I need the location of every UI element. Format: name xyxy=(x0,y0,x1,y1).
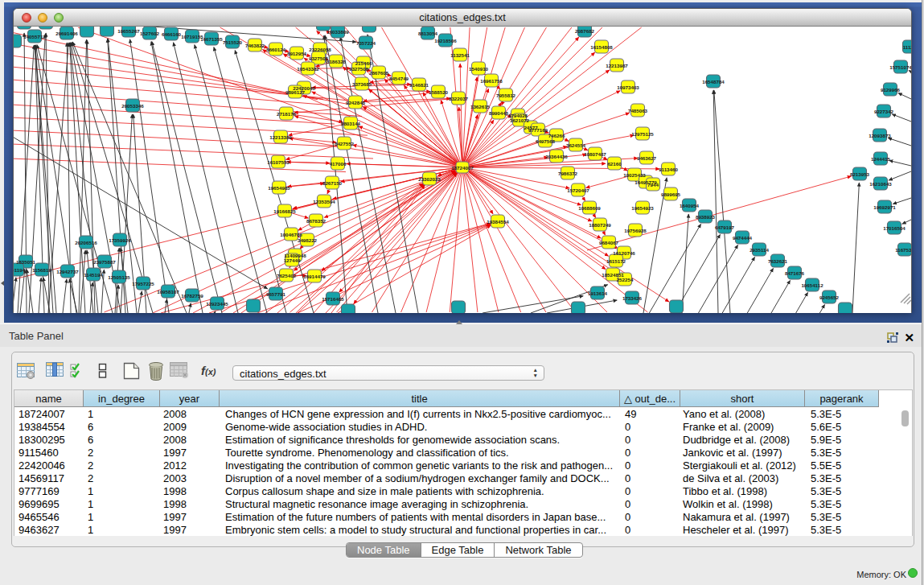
svg-text:8938923: 8938923 xyxy=(696,214,716,220)
svg-text:6466160: 6466160 xyxy=(162,31,182,37)
svg-text:12942737: 12942737 xyxy=(56,269,79,274)
svg-text:18724007: 18724007 xyxy=(451,165,474,171)
svg-text:9896127: 9896127 xyxy=(285,89,306,95)
svg-text:1156819: 1156819 xyxy=(32,267,51,273)
svg-text:9463627: 9463627 xyxy=(637,155,657,161)
svg-text:16120746: 16120746 xyxy=(613,250,635,256)
svg-text:3373685: 3373685 xyxy=(352,81,372,87)
svg-text:7944: 7944 xyxy=(647,182,659,187)
svg-text:19384554: 19384554 xyxy=(487,219,509,225)
svg-text:215466: 215466 xyxy=(355,60,372,66)
svg-text:2087682: 2087682 xyxy=(575,28,595,34)
svg-text:20364436: 20364436 xyxy=(545,154,568,159)
svg-text:3624554: 3624554 xyxy=(566,142,586,148)
svg-text:62160: 62160 xyxy=(607,161,622,167)
svg-text:9227342: 9227342 xyxy=(874,109,894,114)
svg-text:1733426: 1733426 xyxy=(622,295,643,301)
svg-text:2935114: 2935114 xyxy=(749,247,769,253)
svg-text:8267150: 8267150 xyxy=(322,180,343,186)
svg-text:10973403: 10973403 xyxy=(617,84,639,90)
svg-text:1527602: 1527602 xyxy=(140,31,160,36)
svg-text:10958107: 10958107 xyxy=(157,289,179,295)
svg-text:10543382: 10543382 xyxy=(297,66,319,72)
svg-text:8186328: 8186328 xyxy=(326,59,347,64)
svg-text:8427552: 8427552 xyxy=(335,141,355,146)
svg-text:16961758: 16961758 xyxy=(480,78,503,84)
svg-text:15716485: 15716485 xyxy=(322,296,344,302)
svg-text:7485063: 7485063 xyxy=(628,108,648,113)
svg-text:8660124: 8660124 xyxy=(266,47,286,52)
svg-text:7632621: 7632621 xyxy=(768,258,788,264)
svg-text:10688609: 10688609 xyxy=(578,205,601,211)
svg-text:17957225: 17957225 xyxy=(132,281,154,286)
svg-text:20053346: 20053346 xyxy=(121,103,144,109)
svg-text:127449: 127449 xyxy=(284,257,301,263)
svg-text:1132541: 1132541 xyxy=(450,52,470,58)
svg-text:2718176: 2718176 xyxy=(277,111,297,117)
svg-text:10654112: 10654112 xyxy=(801,282,823,288)
svg-text:16154808: 16154808 xyxy=(590,44,613,50)
svg-text:8813054: 8813054 xyxy=(418,31,438,36)
svg-text:7357224: 7357224 xyxy=(356,40,376,46)
svg-text:1167533: 1167533 xyxy=(895,247,911,253)
svg-text:1913614: 1913614 xyxy=(588,290,608,296)
svg-text:6497568: 6497568 xyxy=(536,138,556,144)
svg-text:15720407: 15720407 xyxy=(567,187,589,193)
svg-text:10046786: 10046786 xyxy=(280,232,302,237)
svg-text:19756928: 19756928 xyxy=(624,228,647,233)
svg-text:9657791: 9657791 xyxy=(266,291,286,297)
svg-text:1615172: 1615172 xyxy=(606,258,626,264)
svg-text:16548784: 16548784 xyxy=(702,79,725,84)
svg-text:9146821: 9146821 xyxy=(409,82,429,88)
svg-text:19166825: 19166825 xyxy=(273,208,296,214)
svg-text:1362615: 1362615 xyxy=(470,104,491,109)
svg-text:16782759: 16782759 xyxy=(181,293,203,299)
svg-text:1588520: 1588520 xyxy=(429,89,449,95)
svg-text:23226058: 23226058 xyxy=(309,47,331,52)
svg-text:7625402: 7625402 xyxy=(277,273,297,278)
svg-text:10025433: 10025433 xyxy=(623,172,646,178)
svg-text:12505135: 12505135 xyxy=(108,274,130,280)
svg-text:1835051: 1835051 xyxy=(16,259,36,265)
svg-text:746266: 746266 xyxy=(548,133,565,138)
svg-text:10807487: 10807487 xyxy=(584,151,606,157)
svg-text:6479197: 6479197 xyxy=(715,225,735,230)
svg-text:17359924: 17359924 xyxy=(109,237,131,243)
svg-text:8990448: 8990448 xyxy=(489,110,509,116)
svg-text:15751074: 15751074 xyxy=(889,64,911,70)
svg-text:9899695: 9899695 xyxy=(661,192,681,197)
svg-text:7986372: 7986372 xyxy=(558,171,578,176)
svg-text:23975887: 23975887 xyxy=(93,259,116,265)
svg-text:1244415: 1244415 xyxy=(871,156,891,162)
svg-text:7463822: 7463822 xyxy=(245,43,265,48)
svg-text:9474444: 9474444 xyxy=(733,235,753,241)
svg-text:391194: 391194 xyxy=(14,267,26,273)
svg-text:18807249: 18807249 xyxy=(589,222,611,228)
svg-text:417006: 417006 xyxy=(330,161,347,167)
svg-text:19692971: 19692971 xyxy=(873,204,896,210)
svg-text:19654985: 19654985 xyxy=(268,185,290,191)
svg-text:9242848: 9242848 xyxy=(346,100,366,105)
svg-text:1145194: 1145194 xyxy=(84,272,103,278)
svg-text:16107553: 16107553 xyxy=(267,159,290,165)
svg-text:14055712: 14055712 xyxy=(23,34,46,39)
svg-text:12975125: 12975125 xyxy=(631,131,654,137)
svg-text:17016504: 17016504 xyxy=(883,225,906,231)
svg-text:11123: 11123 xyxy=(903,44,911,50)
svg-text:9327508: 9327508 xyxy=(349,66,369,72)
svg-text:16210643: 16210643 xyxy=(869,181,892,187)
svg-text:16671355: 16671355 xyxy=(200,36,223,42)
svg-text:19218506: 19218506 xyxy=(434,38,457,43)
svg-text:252254: 252254 xyxy=(617,277,634,282)
svg-text:2803144: 2803144 xyxy=(341,121,361,126)
svg-text:20206516: 20206516 xyxy=(75,240,97,245)
svg-text:9777169: 9777169 xyxy=(528,127,548,133)
svg-text:12353594: 12353594 xyxy=(313,199,335,204)
svg-text:12923445: 12923445 xyxy=(206,301,228,307)
svg-text:8678352: 8678352 xyxy=(306,218,326,224)
svg-text:12093873: 12093873 xyxy=(869,133,891,138)
svg-text:2867608: 2867608 xyxy=(369,70,389,76)
svg-text:9113460: 9113460 xyxy=(659,167,678,172)
svg-text:8213953: 8213953 xyxy=(850,171,870,177)
svg-text:8471676: 8471676 xyxy=(785,270,805,276)
